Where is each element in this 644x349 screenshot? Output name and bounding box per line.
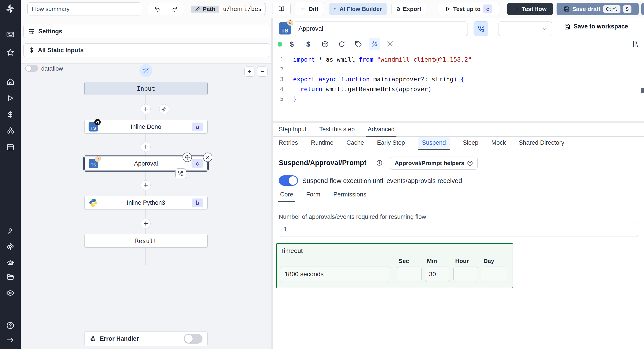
flow-settings-button[interactable]: Settings [23,25,270,38]
diff-button[interactable]: Diff [294,3,324,15]
tab-advanced[interactable]: Advanced [368,123,395,136]
error-handler-card[interactable]: Error Handler [84,331,208,346]
apps-icon[interactable] [6,30,14,38]
timeout-box: Timeout SecMinHourDay [276,243,513,288]
subtab-cache[interactable]: Cache [346,136,364,150]
flow-node-inline-python3[interactable]: Inline Python3 b [84,196,208,209]
plus-icon [143,221,148,226]
subtab-early-stop[interactable]: Early Stop [377,136,405,150]
resources-cubes-icon[interactable] [6,127,14,135]
folders-icon[interactable] [6,273,14,281]
subtab-sleep[interactable]: Sleep [463,136,478,150]
code-line[interactable]: 1import * as wmill from "windmill-client… [273,54,644,64]
all-static-inputs-button[interactable]: All Static Inputs [23,43,270,57]
timeout-day-input[interactable] [482,267,506,282]
code-line[interactable]: 2 [273,64,644,74]
add-step-button[interactable] [141,180,151,190]
add-step-button[interactable] [141,104,151,114]
undo-button[interactable] [148,3,166,15]
typescript-badge: TS [89,159,98,168]
save-draft-button[interactable]: Save draft Ctrl S [556,3,638,15]
code-editor[interactable]: 1import * as wmill from "windmill-client… [273,54,644,104]
runs-play-icon[interactable] [6,94,14,102]
tab-step-input[interactable]: Step Input [279,123,306,136]
timeout-sec-input[interactable] [397,267,422,282]
user-icon[interactable] [6,228,14,235]
suspend-toggle-on[interactable] [279,175,298,186]
flow-node-result[interactable]: Result [84,234,208,248]
code-line[interactable]: 4 return wmill.getResumeUrls(approver) [273,84,644,94]
error-handler-toggle[interactable] [184,334,202,344]
variable-picker-button[interactable]: $ [290,40,294,48]
step-tabs: Step InputTest this stepAdvanced [273,123,644,137]
flow-node-inline-deno[interactable]: TS Inline Deno a [84,120,208,133]
tag-icon[interactable] [355,40,362,48]
test-up-to-button[interactable]: Test up to c [438,3,499,15]
dataflow-toggle[interactable] [25,65,38,72]
approval-prompt-helpers-button[interactable]: Approval/Prompt helpers [390,157,478,170]
redo-button[interactable] [166,3,184,15]
subtab-shared-directory[interactable]: Shared Directory [519,136,564,150]
line-number: 3 [273,76,284,82]
subtab-runtime[interactable]: Runtime [311,136,334,150]
reload-icon[interactable] [338,40,345,48]
help-icon[interactable] [6,322,14,330]
add-step-button[interactable] [141,142,151,152]
path-chip[interactable]: Path u/henri/bes [191,3,266,15]
library-icon[interactable] [632,40,638,48]
test-flow-button[interactable]: Test flow [507,3,553,15]
workers-robot-icon[interactable] [6,259,14,267]
audit-eye-icon[interactable] [6,289,14,297]
resize-handle[interactable] [273,121,644,123]
subtab-retries[interactable]: Retries [279,136,298,150]
approvals-count-input[interactable] [279,222,638,237]
timeout-display-input[interactable] [280,267,390,282]
add-step-button[interactable] [141,219,151,229]
docs-book-button[interactable] [272,3,290,15]
suspend-tab-permissions[interactable]: Permissions [334,188,366,202]
expand-arrow-icon[interactable] [6,336,14,344]
home-icon[interactable] [6,78,14,86]
editor-scrollbar-thumb[interactable] [641,88,644,93]
add-trigger-button[interactable] [159,104,169,114]
timeout-min-input[interactable] [425,267,450,282]
flow-node-input[interactable]: Input [84,82,208,95]
move-node-button[interactable] [182,153,192,162]
save-draft-label: Save draft [572,5,600,12]
zoom-out-button[interactable]: − [257,66,268,77]
code-line[interactable]: 3export async function main(approver?: s… [273,74,644,84]
tab-test-this-step[interactable]: Test this step [319,123,355,136]
kind-select[interactable] [498,21,552,36]
suspend-tab-core[interactable]: Core [280,188,293,202]
save-to-workspace-button[interactable]: Save to workspace [564,23,628,30]
subtab-suspend[interactable]: Suspend [418,137,450,148]
resource-picker-button[interactable]: $ [306,40,310,48]
settings-gear-icon[interactable] [6,243,14,251]
zoom-in-button[interactable]: + [244,66,255,77]
graph-ai-wand-button[interactable] [140,64,152,77]
timeout-hour-input[interactable] [454,267,478,282]
info-icon[interactable] [376,160,382,166]
flow-summary-input[interactable] [27,2,141,15]
ai-disabled-icon[interactable] [386,40,393,47]
subtab-mock[interactable]: Mock [491,136,506,150]
ai-flow-builder-button[interactable]: AI Flow Builder [329,3,386,15]
flow-graph-canvas[interactable]: dataflow + − Input TS Inline Deno [21,63,271,349]
code-line[interactable]: 5} [273,94,644,104]
bug-icon [90,335,96,342]
schedules-calendar-icon[interactable] [6,143,14,151]
pencil-icon [195,6,200,12]
step-name-input[interactable] [294,21,468,36]
delete-node-button[interactable] [203,153,212,162]
deploy-button-partial[interactable] [641,3,644,15]
favorites-star-icon[interactable] [6,48,14,56]
export-button[interactable]: Export [392,3,426,15]
windmill-logo-icon[interactable] [5,4,16,14]
suspend-tab-form[interactable]: Form [306,188,320,202]
ai-assist-active-button[interactable] [369,38,380,50]
node-id-badge: c [192,159,203,168]
package-icon[interactable] [322,40,329,48]
variables-dollar-icon[interactable] [6,111,14,118]
approvals-count-label: Number of approvals/events required for … [279,214,426,220]
suspend-phone-button[interactable] [474,21,488,36]
